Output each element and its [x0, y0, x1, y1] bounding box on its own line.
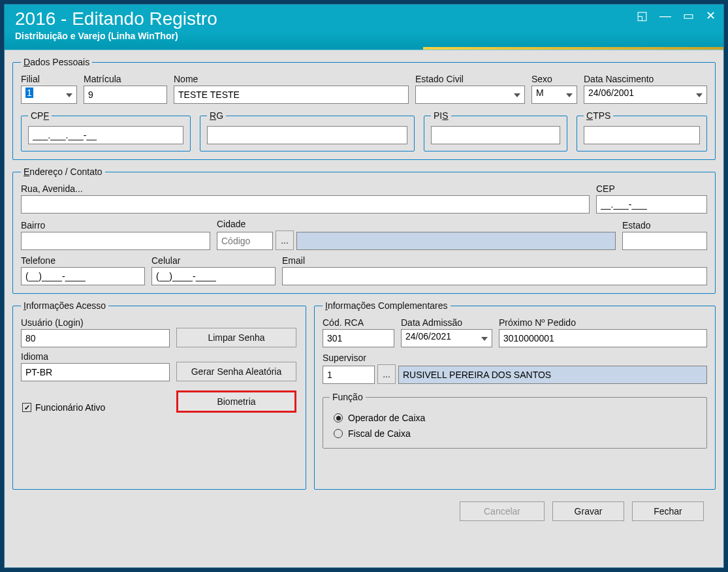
matricula-input[interactable]	[84, 86, 167, 104]
rg-legend: RG	[207, 110, 226, 121]
gerar-senha-button[interactable]: Gerar Senha Aleatória	[176, 362, 296, 381]
data-nasc-label: Data Nascimento	[584, 74, 707, 84]
filial-select[interactable]: 1	[21, 86, 77, 104]
fieldset-pis: PIS	[424, 110, 567, 151]
cep-label: CEP	[596, 183, 707, 194]
idioma-label: Idioma	[21, 351, 170, 362]
estado-input[interactable]	[622, 232, 707, 250]
supervisor-code-input[interactable]	[323, 366, 375, 384]
bairro-label: Bairro	[21, 220, 210, 230]
legend-funcao: Função	[330, 392, 366, 402]
data-adm-label: Data Admissão	[401, 317, 492, 328]
telefone-label: Telefone	[21, 255, 145, 266]
estado-civil-label: Estado Civil	[415, 74, 525, 84]
close-icon[interactable]: ✕	[706, 10, 716, 22]
cidade-display	[296, 232, 616, 250]
cidade-lookup-button[interactable]: ...	[276, 230, 294, 250]
celular-input[interactable]	[151, 267, 276, 285]
radio-operador[interactable]	[334, 413, 343, 422]
cep-input[interactable]	[596, 195, 707, 214]
window-subtitle: Distribuição e Varejo (Linha WinThor)	[15, 31, 713, 41]
cod-rca-input[interactable]	[323, 329, 394, 347]
funcionario-ativo-checkbox[interactable]	[22, 403, 31, 412]
telefone-input[interactable]	[21, 267, 145, 285]
radio-fiscal[interactable]	[334, 429, 343, 438]
sexo-label: Sexo	[531, 74, 577, 84]
supervisor-lookup-button[interactable]: ...	[377, 364, 396, 384]
cidade-label: Cidade	[217, 219, 616, 229]
gravar-button[interactable]: Gravar	[552, 501, 624, 521]
matricula-label: Matrícula	[84, 74, 167, 84]
prox-pedido-label: Próximo Nº Pedido	[499, 317, 707, 328]
fieldset-rg: RG	[200, 110, 415, 151]
login-label: Usuário (Login)	[21, 317, 170, 328]
filial-label: Filial	[21, 74, 77, 84]
bairro-input[interactable]	[21, 232, 210, 250]
estado-civil-select[interactable]	[415, 86, 525, 104]
fechar-button[interactable]: Fechar	[632, 501, 704, 521]
nome-input[interactable]	[174, 86, 409, 104]
legend-dados: Dados Pessoais	[21, 57, 92, 67]
pis-input[interactable]	[431, 126, 560, 144]
rua-input[interactable]	[21, 195, 590, 214]
prox-pedido-input[interactable]	[499, 329, 707, 347]
email-label: Email	[282, 255, 707, 266]
nome-label: Nome	[174, 74, 409, 84]
fieldset-funcao: Função Operador de Caixa Fiscal de Caixa	[323, 392, 707, 449]
fieldset-endereco: Endereço / Contato Rua, Avenida... CEP B…	[12, 167, 716, 294]
minimize-icon[interactable]: —	[659, 10, 671, 22]
window-title: 2016 - Editando Registro	[15, 10, 713, 28]
fieldset-ctps: CTPS	[577, 110, 707, 151]
ctps-legend: CTPS	[584, 110, 613, 121]
data-adm-input[interactable]: 24/06/2021	[401, 329, 492, 347]
sexo-select[interactable]: M	[531, 86, 577, 104]
maximize-icon[interactable]: ▭	[683, 10, 694, 22]
ctps-input[interactable]	[584, 126, 700, 144]
fieldset-dados-pessoais: Dados Pessoais Filial 1 Matrícula Nome E…	[12, 57, 716, 160]
login-input[interactable]	[21, 329, 170, 347]
cpf-legend: CPF	[28, 110, 52, 121]
legend-acesso: Informações Acesso	[21, 300, 108, 311]
fieldset-complementares: Informações Complementares Cód. RCA Data…	[314, 300, 716, 490]
idioma-input[interactable]	[21, 363, 170, 381]
restore-icon[interactable]: ◱	[637, 10, 648, 22]
pis-legend: PIS	[431, 110, 451, 121]
window-controls: ◱ — ▭ ✕	[637, 10, 716, 22]
cidade-codigo-input[interactable]	[217, 232, 273, 250]
estado-label: Estado	[622, 220, 707, 230]
rg-input[interactable]	[207, 126, 407, 144]
legend-endereco: Endereço / Contato	[21, 167, 105, 177]
app-window: 2016 - Editando Registro Distribuição e …	[4, 4, 724, 568]
biometria-button[interactable]: Biometria	[176, 390, 296, 413]
content-area: Dados Pessoais Filial 1 Matrícula Nome E…	[5, 50, 723, 528]
cpf-input[interactable]	[28, 126, 183, 144]
supervisor-name-display: RUSIVELL PEREIRA DOS SANTOS	[398, 366, 707, 384]
rua-label: Rua, Avenida...	[21, 183, 590, 194]
radio-operador-label: Operador de Caixa	[348, 413, 425, 423]
titlebar: 2016 - Editando Registro Distribuição e …	[5, 5, 723, 50]
cancelar-button[interactable]: Cancelar	[460, 501, 545, 521]
funcionario-ativo-label: Funcionário Ativo	[35, 402, 105, 413]
limpar-senha-button[interactable]: Limpar Senha	[176, 328, 296, 347]
legend-compl: Informações Complementares	[323, 300, 451, 311]
radio-fiscal-label: Fiscal de Caixa	[348, 428, 411, 439]
fieldset-acesso: Informações Acesso Usuário (Login) Limpa…	[12, 300, 306, 490]
supervisor-label: Supervisor	[323, 353, 707, 363]
email-input[interactable]	[282, 267, 707, 285]
celular-label: Celular	[151, 255, 276, 266]
fieldset-cpf: CPF	[21, 110, 191, 151]
data-nasc-input[interactable]: 24/06/2001	[584, 86, 707, 104]
cod-rca-label: Cód. RCA	[323, 317, 394, 328]
